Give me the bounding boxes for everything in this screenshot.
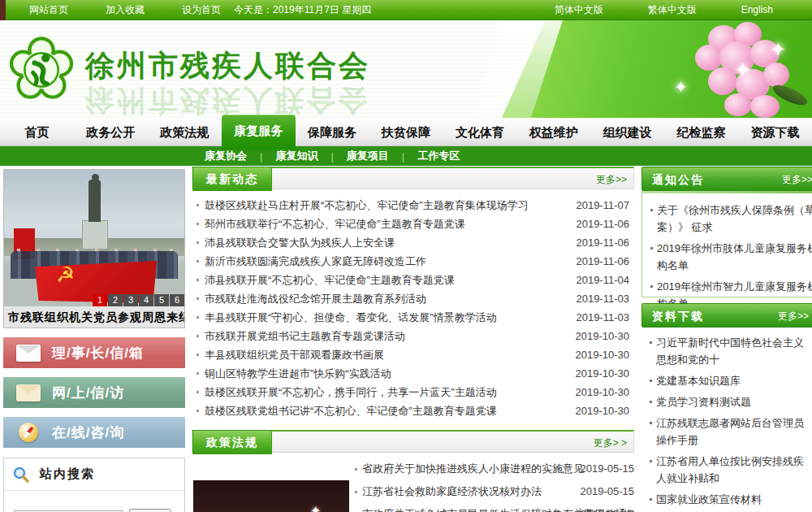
nav-item-culture-sports[interactable]: 文化体育: [443, 118, 516, 145]
notice-link[interactable]: 关于《徐州市残疾人保障条例（草案）》 征求: [657, 204, 812, 233]
site-title-reflection: 徐州市残疾人联合会: [85, 80, 370, 118]
nav-item-discipline[interactable]: 纪检监察: [664, 118, 738, 145]
photo-statue: [89, 180, 101, 222]
news-link[interactable]: 鼓楼区残联赴马庄村开展“不忘初心、牢记使命”主题教育集体现场学习: [205, 199, 529, 211]
policy-link[interactable]: 省政府关于加快推进残疾人小康进程的实施意见: [362, 462, 584, 475]
nav-item-policies[interactable]: 政策法规: [148, 118, 222, 145]
left-sidebar: ☭ 1 2 3 4 5 6 市残联组织机关党员参观周恩来纪 理/事/长/信/箱 …: [3, 169, 185, 512]
news-link[interactable]: 鼓楼区残联开展“不忘初心，携手同行，共享一片蓝天”主题活动: [205, 386, 497, 398]
policy-section: 政策法规 更多> > ✦ ✦ ✦ 省政府关于加快推进残疾人小康进程的实施意见20…: [192, 430, 634, 512]
download-link[interactable]: 国家就业政策宣传材料: [656, 493, 762, 505]
chairman-mailbox-button[interactable]: 理/事/长/信/箱: [3, 337, 185, 368]
link-set-homepage[interactable]: 设为首页: [182, 3, 221, 17]
current-date: 今天是：2019年11月7日 星期四: [234, 3, 371, 17]
download-panel-body: 习近平新时代中国特色社会主义思想和党的十 党建基本知识题库 党员学习资料测试题 …: [641, 328, 812, 512]
search-button[interactable]: 搜索: [129, 509, 171, 512]
main-nav: 首页 政务公开 政策法规 康复服务 保障服务 扶贫保障 文化体育 权益维护 组织…: [0, 118, 812, 146]
policy-row: 江苏省社会救助家庭经济状况核对办法2019-05-15: [352, 480, 634, 503]
policy-date: 2019-05-15: [581, 480, 635, 503]
online-consult-button[interactable]: 在/线/咨/询: [3, 417, 185, 448]
photo-slider[interactable]: ☭ 1 2 3 4 5 6 市残联组织机关党员参观周恩来纪: [3, 169, 185, 328]
slider-page-2[interactable]: 2: [108, 294, 123, 306]
download-panel: 资料下载 更多>> 习近平新时代中国特色社会主义思想和党的十 党建基本知识题库 …: [641, 303, 812, 512]
policy-date: 2019-05-15: [581, 458, 635, 480]
news-row: 沛县残联开展“不忘初心、牢记使命”主题教育专题党课2019-11-04: [193, 271, 631, 289]
policy-more-link[interactable]: 更多> >: [594, 436, 627, 450]
nav-item-downloads[interactable]: 资源下载: [738, 118, 812, 145]
slider-page-3[interactable]: 3: [123, 294, 138, 306]
subnav-separator: |: [260, 150, 262, 163]
news-link[interactable]: 市残联赴淮海战役纪念馆开展主题教育系列活动: [205, 293, 426, 305]
news-row: 市残联开展党组书记主题教育专题党课活动2019-10-30: [193, 327, 631, 345]
policy-header: 政策法规 更多> >: [192, 430, 634, 453]
news-link[interactable]: 沛县残联联合交警大队为残疾人上安全课: [205, 236, 395, 249]
news-row: 新沂市残联圆满完成残疾人家庭无障碍改造工作2019-11-06: [193, 252, 631, 271]
link-english[interactable]: English: [741, 4, 773, 15]
link-add-favorite[interactable]: 加入收藏: [106, 3, 145, 17]
latest-news-tab[interactable]: 最新动态: [192, 167, 272, 191]
download-link[interactable]: 江苏残联志愿者网站后台管理员操作手册: [656, 417, 804, 446]
policy-row: 市政府关于减免城市居民最低生活保障对象有关费用的通知2019-05-15: [352, 503, 634, 512]
download-row: 党员学习资料测试题: [648, 393, 812, 410]
news-date: 2019-10-30: [576, 383, 630, 401]
policy-list: 省政府关于加快推进残疾人小康进程的实施意见2019-05-15 江苏省社会救助家…: [352, 458, 634, 512]
news-link[interactable]: 市残联开展党组书记主题教育专题党课活动: [205, 330, 405, 342]
download-row: 习近平新时代中国特色社会主义思想和党的十: [648, 334, 812, 368]
news-date: 2019-10-30: [576, 327, 630, 345]
policy-link[interactable]: 江苏省社会救助家庭经济状况核对办法: [362, 485, 542, 497]
notice-more-link[interactable]: 更多>>: [782, 167, 812, 192]
nav-item-poverty-relief[interactable]: 扶贫保障: [369, 118, 443, 145]
notice-row: 2019年徐州市肢体儿童康复服务机构名单: [649, 240, 812, 274]
open-envelope-icon: [16, 384, 41, 401]
link-traditional-chinese[interactable]: 繁体中文版: [648, 3, 697, 17]
subnav-rehab-association[interactable]: 康复协会: [205, 149, 247, 163]
news-link[interactable]: 鼓楼区残联党组书记讲“不忘初心、牢记使命”主题教育专题党课: [205, 405, 497, 417]
download-link[interactable]: 党建基本知识题库: [656, 375, 741, 387]
download-link[interactable]: 党员学习资料测试题: [656, 396, 751, 408]
subnav-separator: |: [330, 150, 333, 163]
sub-nav: 康复协会 | 康复知识 | 康复项目 | 工作专区: [0, 146, 812, 166]
news-link[interactable]: 邳州市残联举行“不忘初心、牢记使命”主题教育专题党课: [205, 218, 465, 230]
nav-item-security-services[interactable]: 保障服务: [296, 118, 369, 145]
notice-link[interactable]: 2019年徐州市肢体儿童康复服务机构名单: [657, 242, 812, 271]
news-link[interactable]: 铜山区特教学生进超市”快乐购“实践活动: [205, 367, 391, 380]
subnav-rehab-knowledge[interactable]: 康复知识: [275, 149, 317, 163]
online-petition-button[interactable]: 网/上/信/访: [3, 377, 185, 408]
nav-item-gov-affairs[interactable]: 政务公开: [74, 118, 148, 145]
slider-photo[interactable]: ☭ 1 2 3 4 5 6: [4, 170, 184, 306]
subnav-work-zone[interactable]: 工作专区: [417, 149, 460, 163]
news-date: 2019-10-30: [576, 364, 630, 383]
sparkle-icon: ✦: [674, 77, 688, 97]
slider-caption[interactable]: 市残联组织机关党员参观周恩来纪: [4, 306, 184, 328]
news-row: 丰县残联组织党员干部观看廉政书画展2019-10-30: [193, 345, 631, 364]
policy-night-photo[interactable]: ✦ ✦ ✦: [193, 480, 349, 512]
download-panel-header: 资料下载 更多>>: [641, 303, 812, 328]
download-more-link[interactable]: 更多>>: [778, 304, 809, 328]
news-link[interactable]: 新沂市残联圆满完成残疾人家庭无障碍改造工作: [205, 255, 426, 267]
latest-news-more-link[interactable]: 更多>>: [596, 173, 627, 187]
slider-page-6[interactable]: 6: [170, 294, 184, 306]
policy-tab[interactable]: 政策法规: [192, 430, 272, 454]
flower-decor: ✦ ✦ ✦: [666, 20, 812, 118]
nav-item-rights[interactable]: 权益维护: [516, 118, 590, 145]
news-row: 鼓楼区残联开展“不忘初心，携手同行，共享一片蓝天”主题活动2019-10-30: [193, 383, 631, 401]
sparkle-icon: ✦: [310, 503, 321, 512]
notice-panel-header: 通知公告 更多>>: [641, 167, 812, 191]
link-simplified-chinese[interactable]: 简体中文版: [555, 3, 603, 17]
federation-logo-icon[interactable]: [6, 35, 76, 105]
nav-item-organization[interactable]: 组织建设: [590, 118, 664, 145]
news-row: 丰县残联开展“守初心、担使命、看变化、话发展”情景教学活动2019-11-03: [193, 308, 631, 327]
subnav-rehab-projects[interactable]: 康复项目: [347, 149, 389, 163]
slider-page-1[interactable]: 1: [93, 294, 107, 306]
news-link[interactable]: 丰县残联组织党员干部观看廉政书画展: [205, 349, 384, 361]
news-link[interactable]: 沛县残联开展“不忘初心、牢记使命”主题教育专题党课: [205, 274, 455, 286]
nav-item-rehab-services-active[interactable]: 康复服务: [222, 115, 296, 150]
link-site-home[interactable]: 网站首页: [29, 3, 68, 17]
download-link[interactable]: 习近平新时代中国特色社会主义思想和党的十: [656, 336, 804, 366]
news-link[interactable]: 丰县残联开展“守初心、担使命、看变化、话发展”情景教学活动: [205, 311, 497, 323]
slider-page-4[interactable]: 4: [139, 294, 153, 306]
slider-page-5[interactable]: 5: [154, 294, 169, 306]
site-header: ✦ ✦ ✦ 徐州市残疾人联合会 徐州市残疾人联合会: [0, 20, 812, 118]
nav-item-home[interactable]: 首页: [0, 118, 74, 145]
download-link[interactable]: 江苏省用人单位按比例安排残疾人就业补贴和: [656, 455, 804, 484]
